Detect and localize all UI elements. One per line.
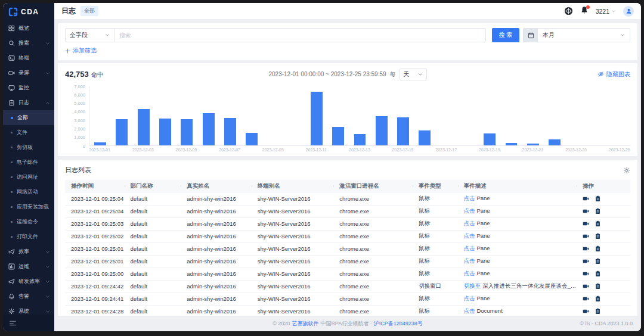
app-logo[interactable]: CDA — [3, 3, 54, 21]
chevron-down-icon — [45, 309, 50, 314]
chart-x-axis: 2023-12-01 2023-12-03 2023-12-05 2023-12… — [89, 146, 630, 154]
sidebar-item-ops[interactable]: 运维 — [3, 259, 54, 274]
x-tick-label: 2023-12-17 — [435, 148, 457, 152]
date-range-select[interactable]: 本月 — [538, 29, 630, 42]
filter-row: 全字段 搜 索 本月 — [65, 28, 630, 42]
event-desc-link[interactable]: 点击 — [464, 207, 475, 214]
sidebar-subitem-print[interactable]: 打印文件 — [3, 229, 54, 244]
event-desc-link[interactable]: 点击 — [464, 195, 475, 201]
log-detail-icon[interactable] — [595, 195, 601, 202]
cell-event-desc: 点击 Pane — [458, 207, 577, 215]
sidebar-subitem-opscmd[interactable]: 运维命令 — [3, 214, 54, 229]
chart-bar-slot — [349, 86, 370, 145]
sidebar-item-monitor[interactable]: 监控 — [3, 80, 54, 95]
play-record-icon[interactable] — [583, 295, 589, 302]
notifications-button[interactable] — [580, 6, 589, 17]
user-avatar[interactable] — [623, 6, 634, 17]
cell-event-desc: 点击 Document — [458, 307, 577, 315]
sidebar-subitem-network[interactable]: 网络活动 — [3, 185, 54, 200]
log-detail-icon[interactable] — [595, 283, 601, 290]
cell-event-type: 鼠标 — [413, 257, 458, 265]
log-detail-icon[interactable] — [595, 233, 601, 239]
play-record-icon[interactable] — [583, 233, 589, 239]
event-desc-link[interactable]: 切换至 — [464, 282, 481, 289]
play-record-icon[interactable] — [583, 283, 589, 290]
log-detail-icon[interactable] — [595, 245, 601, 252]
log-detail-icon[interactable] — [595, 220, 601, 227]
play-record-icon[interactable] — [583, 270, 589, 277]
sidebar-item-alert[interactable]: 告警 — [3, 289, 54, 304]
sidebar-subitem-email[interactable]: 电子邮件 — [3, 155, 54, 170]
event-desc-link[interactable]: 点击 — [464, 220, 475, 226]
bullet-icon — [11, 161, 13, 163]
add-filter-link[interactable]: 添加筛选 — [65, 46, 97, 55]
terminal-icon — [8, 55, 15, 61]
play-record-icon[interactable] — [583, 195, 589, 202]
sidebar-item-overview[interactable]: 概览 — [3, 21, 54, 36]
plus-icon — [65, 48, 70, 54]
play-record-icon[interactable] — [583, 308, 589, 315]
chart-range: 2023-12-01 00:00:00 ~ 2023-12-25 23:59:5… — [268, 69, 426, 80]
cell-department: default — [125, 270, 181, 277]
sidebar-subitem-label: 全部 — [17, 114, 28, 122]
play-record-icon[interactable] — [583, 245, 589, 252]
cell-terminal-alias: shy-WIN-Server2016 — [252, 233, 333, 239]
sidebar-item-terminal[interactable]: 终端 — [3, 51, 54, 66]
gear-icon[interactable] — [623, 167, 630, 174]
chart-y-axis: 01,0002,0003,0004,0005,0006,0007,000 — [65, 86, 89, 146]
event-desc-link[interactable]: 点击 — [464, 232, 475, 239]
sidebar-item-logs[interactable]: 日志 — [3, 95, 54, 110]
sidebar-subitem-appinstall[interactable]: 应用安装卸载 — [3, 200, 54, 214]
chart-bar — [116, 119, 128, 145]
x-tick-label: 2023-12-01 — [89, 148, 110, 152]
log-detail-icon[interactable] — [595, 208, 601, 214]
date-range-group: 本月 — [523, 28, 630, 42]
search-input[interactable] — [114, 29, 485, 42]
log-detail-icon[interactable] — [595, 295, 601, 302]
chart-bar-slot — [414, 86, 435, 145]
play-record-icon[interactable] — [583, 208, 589, 214]
log-detail-icon[interactable] — [595, 308, 601, 315]
cell-process: chrome.exe — [333, 208, 413, 214]
sidebar-item-system[interactable]: 系统 — [3, 304, 54, 315]
log-detail-icon[interactable] — [595, 258, 601, 265]
sidebar-item-efficiency[interactable]: 效率 — [3, 244, 54, 259]
cell-terminal-alias: shy-WIN-Server2016 — [252, 283, 333, 290]
collapse-menu-icon[interactable] — [9, 319, 17, 327]
sidebar-item-rd[interactable]: 研发效率 — [3, 274, 54, 289]
play-record-icon[interactable] — [583, 258, 589, 265]
sidebar-subitem-files[interactable]: 文件 — [3, 125, 54, 140]
event-desc-link[interactable]: 点击 — [464, 295, 475, 301]
event-desc-link[interactable]: 点击 — [464, 245, 475, 251]
sidebar-subitem-urls[interactable]: 访问网址 — [3, 170, 54, 185]
sidebar-subitem-clipboard[interactable]: 剪切板 — [3, 140, 54, 155]
sidebar-subitem-label: 剪切板 — [17, 144, 33, 151]
sidebar-item-search[interactable]: 搜索 — [3, 36, 54, 51]
sidebar-item-record[interactable]: 录屏 — [3, 66, 54, 80]
chart-bar-slot — [219, 86, 241, 145]
event-desc-link[interactable]: 点击 — [464, 257, 475, 264]
chevron-down-icon — [45, 41, 50, 46]
sidebar-subitem-all[interactable]: 全部 — [3, 110, 54, 125]
cell-terminal-alias: shy-WIN-Server2016 — [252, 245, 333, 252]
interval-select[interactable]: 天 — [400, 69, 427, 80]
globe-icon[interactable] — [564, 7, 573, 15]
play-record-icon[interactable] — [583, 220, 589, 227]
cell-process: chrome.exe — [333, 295, 413, 302]
footer-company-link[interactable]: 艺赛旗软件 — [292, 320, 318, 328]
event-desc-text: Document — [476, 307, 502, 314]
field-select[interactable]: 全字段 — [66, 29, 114, 42]
y-tick-label: 1,000 — [74, 135, 85, 140]
event-desc-link[interactable]: 点击 — [464, 270, 475, 276]
search-button[interactable]: 搜 索 — [492, 28, 519, 42]
event-desc-link[interactable]: 点击 — [464, 307, 475, 314]
hide-chart-link[interactable]: 隐藏图表 — [597, 70, 630, 79]
chart-bar — [311, 92, 323, 145]
calendar-button[interactable] — [524, 29, 538, 42]
log-detail-icon[interactable] — [595, 270, 601, 277]
bullet-icon — [11, 147, 13, 148]
terminal-counter-dropdown[interactable]: 3221 — [596, 8, 616, 15]
footer-icp-link[interactable]: 沪ICP备12049238号 — [374, 320, 423, 328]
chart-bar-slot — [436, 86, 457, 145]
cell-actions — [577, 258, 630, 265]
